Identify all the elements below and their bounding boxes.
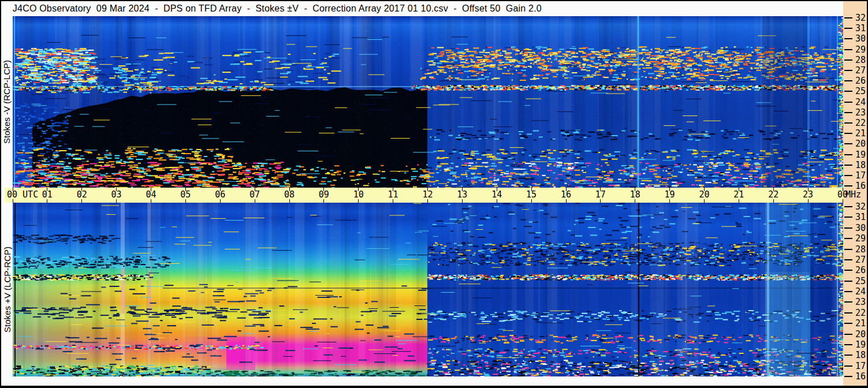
freq-value-label: 28	[855, 245, 867, 254]
freq-tick-mark	[844, 249, 852, 250]
freq-value-label: 21	[855, 129, 867, 138]
freq-tick-mark	[844, 154, 852, 155]
freq-value-label: 17	[855, 361, 867, 371]
freq-value-label: 20	[855, 330, 867, 339]
freq-tick-mark	[844, 344, 852, 345]
observatory-spectrogram-window: AJ4CO Observatory 09 Mar 2024 - DPS on T…	[0, 0, 868, 388]
time-hour-label: 06	[210, 191, 230, 199]
time-hour-label: 12	[418, 191, 438, 199]
freq-value-label: 26	[855, 76, 867, 85]
freq-tick-mark	[844, 334, 852, 335]
freq-tick-mark	[844, 291, 852, 292]
stokes-plus-v-label: Stokes +V (LCP-RCP)	[2, 247, 12, 333]
freq-value-label: 19	[855, 340, 867, 349]
freq-tick-mark	[844, 38, 852, 39]
freq-tick-mark	[844, 49, 852, 50]
freq-value-label: 31	[855, 24, 867, 33]
freq-value-label: 23	[855, 297, 867, 307]
freq-value-label: 22	[855, 308, 867, 318]
freq-value-label: 29	[855, 45, 867, 54]
time-hour-label: 00	[832, 191, 853, 199]
page-title: AJ4CO Observatory 09 Mar 2024 - DPS on T…	[6, 3, 542, 14]
time-hour-label: 11	[383, 191, 404, 199]
freq-value-label: 30	[855, 223, 867, 233]
freq-tick-mark	[844, 133, 852, 134]
freq-value-label: 24	[855, 98, 867, 107]
freq-tick-mark	[844, 143, 852, 144]
left-axis-label-top: Stokes -V (RCP-LCP)	[1, 16, 13, 188]
freq-tick-mark	[844, 217, 852, 218]
freq-value-label: 22	[855, 118, 867, 128]
freq-tick-mark	[844, 80, 852, 81]
freq-tick-mark	[844, 91, 852, 92]
freq-tick-mark	[844, 312, 852, 314]
freq-tick-mark	[844, 165, 852, 166]
left-axis-label-bottom: Stokes +V (LCP-RCP)	[1, 203, 13, 376]
freq-value-label: 26	[855, 266, 867, 275]
time-hour-label: 22	[763, 191, 784, 199]
freq-tick-mark	[844, 355, 852, 356]
freq-value-label: 17	[855, 171, 867, 180]
time-hour-label: 13	[452, 191, 472, 199]
freq-tick-mark	[844, 238, 852, 239]
freq-value-label: 25	[855, 87, 867, 96]
freq-value-label: 18	[855, 350, 867, 360]
bottom-margin	[1, 376, 843, 386]
stokes-minus-v-label: Stokes -V (RCP-LCP)	[2, 60, 12, 144]
freq-value-label: 18	[855, 161, 867, 170]
time-hour-label: 15	[521, 191, 542, 199]
time-hour-label: 03	[106, 191, 127, 199]
freq-tick-mark	[844, 227, 852, 229]
freq-tick-mark	[844, 185, 852, 186]
freq-value-label: 25	[855, 277, 867, 286]
freq-tick-mark	[844, 17, 852, 18]
freq-tick-mark	[844, 102, 852, 103]
freq-tick-mark	[844, 323, 852, 324]
time-hour-label: 17	[590, 191, 611, 199]
time-hour-label: 02	[72, 191, 92, 199]
freq-value-label: 21	[855, 319, 867, 328]
time-hour-label: 21	[728, 191, 749, 199]
freq-value-label: 28	[855, 55, 867, 65]
freq-value-label: 24	[855, 287, 867, 296]
time-hour-label: 10	[348, 191, 369, 199]
freq-value-label: 16	[855, 372, 867, 381]
freq-value-label: 30	[855, 34, 867, 43]
freq-tick-mark	[844, 259, 852, 260]
time-hour-label: 16	[556, 191, 576, 199]
stokes-plus-v-spectrogram	[13, 203, 843, 376]
time-hour-label: 20	[694, 191, 715, 199]
freq-tick-mark	[844, 122, 852, 124]
freq-value-label: 29	[855, 234, 867, 243]
time-hour-label: 08	[279, 191, 300, 199]
freq-value-label: 32	[855, 13, 867, 23]
freq-tick-mark	[844, 28, 852, 29]
freq-tick-mark	[844, 281, 852, 282]
freq-value-label: 27	[855, 66, 867, 75]
title-bar: AJ4CO Observatory 09 Mar 2024 - DPS on T…	[1, 1, 843, 16]
time-hour-label: 18	[625, 191, 646, 199]
freq-value-label: 19	[855, 150, 867, 159]
freq-tick-mark	[844, 112, 852, 113]
time-hour-label: 09	[314, 191, 334, 199]
freq-value-label: 32	[855, 202, 867, 211]
freq-tick-mark	[844, 206, 852, 207]
freq-tick-mark	[844, 365, 852, 367]
time-hour-label: 23	[798, 191, 818, 199]
freq-tick-mark	[844, 70, 852, 71]
freq-value-label: 20	[855, 139, 867, 148]
freq-value-label: 23	[855, 108, 867, 117]
time-hour-label: 07	[244, 191, 265, 199]
time-hour-label: 05	[175, 191, 196, 199]
freq-value-label: 31	[855, 212, 867, 222]
time-hour-label: 19	[660, 191, 680, 199]
time-hour-label: 04	[141, 191, 162, 199]
time-hour-label: 01	[37, 191, 58, 199]
freq-tick-mark	[844, 376, 852, 377]
freq-value-label: 27	[855, 255, 867, 264]
freq-tick-mark	[844, 175, 852, 176]
freq-tick-mark	[844, 301, 852, 303]
freq-tick-mark	[844, 270, 852, 271]
freq-value-label: 16	[855, 181, 867, 191]
time-hour-label: 14	[486, 191, 507, 199]
